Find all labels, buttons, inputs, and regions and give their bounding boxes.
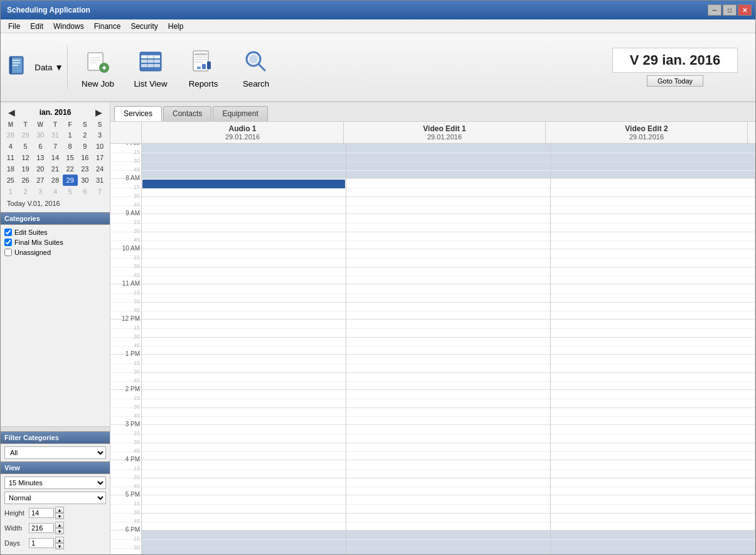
schedule-body[interactable]: 7 AM1530458 AM1530459 AM15304510 AM15304… [110, 144, 755, 554]
close-button[interactable]: ✕ [738, 4, 752, 16]
schedule-hour-block[interactable] [346, 390, 550, 425]
calendar-day[interactable]: 13 [33, 152, 48, 163]
schedule-hour-block[interactable] [142, 320, 346, 355]
calendar-day[interactable]: 16 [78, 152, 93, 163]
days-down-button[interactable]: ▼ [55, 543, 64, 549]
schedule-hour-block[interactable] [142, 214, 346, 249]
new-job-button[interactable]: New Job [73, 39, 123, 95]
mode-dropdown[interactable]: Normal Compact Wide [4, 492, 106, 504]
search-button[interactable]: Search [231, 39, 281, 95]
schedule-hour-block[interactable] [346, 320, 550, 355]
calendar-day[interactable]: 12 [18, 152, 33, 163]
calendar-day[interactable]: 3 [33, 186, 48, 197]
schedule-hour-block[interactable] [346, 531, 550, 554]
calendar-day[interactable]: 10 [92, 141, 107, 152]
schedule-hour-block[interactable] [551, 214, 755, 249]
menu-windows[interactable]: Windows [48, 21, 89, 32]
calendar-day[interactable]: 24 [92, 163, 107, 175]
schedule-hour-block[interactable] [551, 284, 755, 320]
days-up-button[interactable]: ▲ [55, 537, 64, 543]
days-input[interactable] [29, 538, 54, 548]
calendar-day[interactable]: 27 [33, 175, 48, 186]
schedule-hour-block[interactable] [551, 249, 755, 284]
calendar-day[interactable]: 5 [18, 141, 33, 152]
calendar-next-button[interactable]: ▶ [93, 107, 105, 117]
calendar-day[interactable]: 3 [92, 129, 107, 141]
calendar-day[interactable]: 25 [3, 175, 18, 186]
calendar-day[interactable]: 26 [18, 175, 33, 186]
resize-handle[interactable]: · · · · [1, 426, 110, 431]
category-final-mix-checkbox[interactable] [4, 239, 12, 246]
calendar-day[interactable]: 14 [48, 152, 63, 163]
schedule-hour-block[interactable] [346, 425, 550, 460]
menu-file[interactable]: File [3, 21, 25, 32]
schedule-hour-block[interactable] [551, 495, 755, 531]
calendar-day[interactable]: 31 [92, 175, 107, 186]
schedule-hour-block[interactable] [142, 531, 346, 554]
calendar-day[interactable]: 6 [78, 186, 93, 197]
schedule-hour-block[interactable] [142, 460, 346, 495]
schedule-hour-block[interactable] [142, 425, 346, 460]
tab-equipment[interactable]: Equipment [213, 106, 267, 121]
height-up-button[interactable]: ▲ [55, 507, 64, 513]
tab-services[interactable]: Services [114, 106, 162, 121]
calendar-day[interactable]: 8 [63, 141, 78, 152]
calendar-day[interactable]: 18 [3, 163, 18, 175]
goto-today-button[interactable]: Goto Today [647, 75, 703, 87]
schedule-hour-block[interactable] [551, 179, 755, 214]
schedule-hour-block[interactable] [346, 355, 550, 390]
calendar-day[interactable]: 7 [48, 141, 63, 152]
calendar-day[interactable]: 1 [63, 129, 78, 141]
calendar-day[interactable]: 17 [92, 152, 107, 163]
schedule-hour-block[interactable] [142, 495, 346, 531]
calendar-day[interactable]: 22 [63, 163, 78, 175]
schedule-hour-block[interactable] [346, 460, 550, 495]
calendar-day[interactable]: 30 [33, 129, 48, 141]
calendar-day[interactable]: 2 [78, 129, 93, 141]
calendar-day[interactable]: 7 [92, 186, 107, 197]
calendar-day[interactable]: 4 [48, 186, 63, 197]
calendar-day[interactable]: 28 [3, 129, 18, 141]
schedule-hour-block[interactable] [551, 460, 755, 495]
category-edit-suites-checkbox[interactable] [4, 229, 12, 236]
calendar-day[interactable]: 29 [18, 129, 33, 141]
calendar-day[interactable]: 23 [78, 163, 93, 175]
schedule-hour-block[interactable] [346, 179, 550, 214]
category-unassigned-checkbox[interactable] [4, 249, 12, 256]
tab-contacts[interactable]: Contacts [163, 106, 211, 121]
data-button[interactable]: Data ▼ [6, 39, 62, 95]
calendar-day[interactable]: 1 [3, 186, 18, 197]
calendar-day[interactable]: 31 [48, 129, 63, 141]
calendar-day[interactable]: 15 [63, 152, 78, 163]
list-view-button[interactable]: List View [125, 39, 176, 95]
schedule-hour-block[interactable] [142, 390, 346, 425]
schedule-hour-block[interactable] [551, 390, 755, 425]
schedule-hour-block[interactable] [551, 320, 755, 355]
calendar-day[interactable]: 19 [18, 163, 33, 175]
schedule-hour-block[interactable] [346, 249, 550, 284]
schedule-hour-block[interactable] [551, 531, 755, 554]
schedule-hour-block[interactable] [142, 144, 346, 179]
schedule-hour-block[interactable] [346, 284, 550, 320]
schedule-hour-block[interactable] [142, 284, 346, 320]
width-down-button[interactable]: ▼ [55, 528, 64, 534]
menu-help[interactable]: Help [163, 21, 189, 32]
menu-finance[interactable]: Finance [89, 21, 126, 32]
calendar-day[interactable]: 20 [33, 163, 48, 175]
schedule-hour-block[interactable] [551, 144, 755, 179]
calendar-day[interactable]: 11 [3, 152, 18, 163]
schedule-hour-block[interactable] [551, 355, 755, 390]
schedule-hour-block[interactable] [346, 144, 550, 179]
calendar-day[interactable]: 6 [33, 141, 48, 152]
schedule-hour-block[interactable] [142, 355, 346, 390]
maximize-button[interactable]: □ [723, 4, 737, 16]
calendar-day[interactable]: 29 [63, 175, 78, 186]
width-up-button[interactable]: ▲ [55, 522, 64, 528]
filter-dropdown[interactable]: All [4, 446, 106, 459]
height-down-button[interactable]: ▼ [55, 513, 64, 519]
calendar-day[interactable]: 30 [78, 175, 93, 186]
schedule-hour-block[interactable] [142, 249, 346, 284]
schedule-hour-block[interactable] [551, 425, 755, 460]
calendar-day[interactable]: 2 [18, 186, 33, 197]
appointment-block[interactable] [142, 180, 345, 188]
